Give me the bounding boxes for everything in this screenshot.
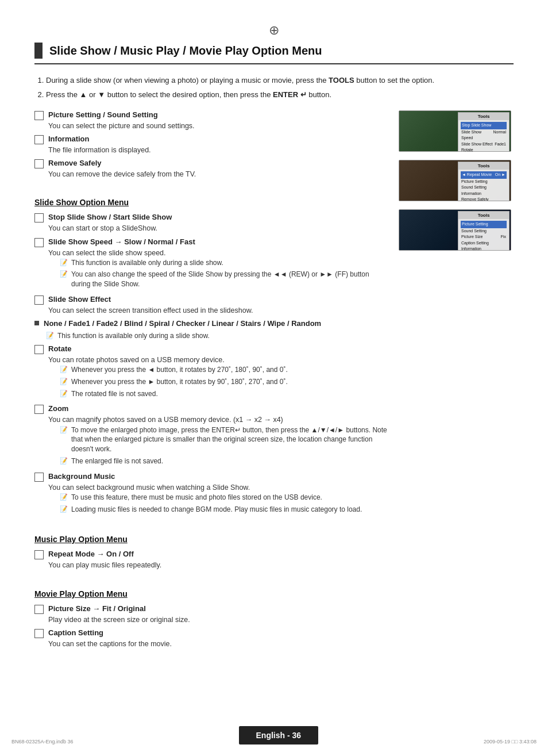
tools-title-3: Tools (458, 212, 509, 219)
movie-play-header: Movie Play Option Menu (34, 589, 387, 598)
bg-music-note-text-1: To use this feature, there must be music… (71, 493, 322, 502)
title-accent (34, 43, 43, 59)
bg-music-note-icon-1: 📝 (60, 493, 68, 501)
rotate-note-text-1: Whenever you press the ◄ button, it rota… (71, 365, 288, 375)
tools-title-1: Tools (458, 113, 509, 120)
checkbox-picture-setting (34, 111, 44, 120)
tools-picture-size: Picture SizeFix (461, 234, 507, 240)
tools-caption-setting: Caption Setting (461, 240, 507, 247)
bg-music-label: Background Music (48, 472, 387, 481)
tools-picture-setting-2: Picture Setting (461, 179, 507, 185)
rotate-desc: You can rotate photos saved on a USB mem… (48, 355, 387, 365)
repeat-mode-item: Repeat Mode → On / Off You can play musi… (34, 550, 387, 570)
stop-slide-label: Stop Slide Show / Start Slide Show (48, 213, 387, 221)
slide-speed-note-text-1: This function is available only during a… (71, 258, 223, 268)
page-title: Slide Show / Music Play / Movie Play Opt… (49, 44, 322, 57)
picture-setting-desc: You can select the picture and sound set… (48, 121, 387, 131)
slide-speed-content: Slide Show Speed → Slow / Normal / Fast … (48, 237, 387, 292)
right-screenshots: Tools Stop Slide Show Slide Show SpeedNo… (399, 110, 514, 653)
checkbox-slide-effect (34, 296, 44, 305)
screenshot-3: Tools Picture Setting Sound Setting Pict… (399, 209, 511, 251)
remove-safely-content: Remove Safely You can remove the device … (48, 159, 387, 179)
information-item: Information The file information is disp… (34, 135, 387, 155)
information-label: Information (48, 135, 387, 143)
repeat-mode-label: Repeat Mode → On / Off (48, 550, 387, 558)
checkbox-zoom (34, 405, 44, 414)
picture-setting-item: Picture Setting / Sound Setting You can … (34, 110, 387, 131)
slide-effect-content: Slide Show Effect You can select the scr… (48, 295, 387, 316)
step-2: Press the ▲ or ▼ button to select the de… (46, 89, 514, 101)
page-footer: BN68-02325A-Eng.indb 36 English - 36 200… (0, 726, 548, 745)
slide-speed-note-text-2: You can also change the speed of the Sli… (71, 270, 387, 289)
caption-setting-desc: You can set the captions for the movie. (48, 639, 387, 649)
caption-setting-content: Caption Setting You can set the captions… (48, 628, 387, 649)
tools-remove-safely: Remove Safely (461, 197, 507, 201)
checkbox-rotate (34, 345, 44, 354)
picture-size-label: Picture Size → Fit / Original (48, 604, 387, 613)
tools-sound-setting-3: Sound Setting (461, 228, 507, 235)
top-compass-icon: ⊕ (34, 23, 514, 38)
slide-speed-item: Slide Show Speed → Slow / Normal / Fast … (34, 237, 387, 292)
tools-overlay-3: Tools Picture Setting Sound Setting Pict… (458, 211, 510, 251)
content-layout: Picture Setting / Sound Setting You can … (34, 110, 514, 653)
rotate-content: Rotate You can rotate photos saved on a … (48, 344, 387, 401)
rotate-item: Rotate You can rotate photos saved on a … (34, 344, 387, 401)
footer-right: 2009-05-19 □□ 3:43:08 (484, 739, 537, 745)
zoom-note-icon-2: 📝 (60, 457, 68, 465)
slide-speed-desc: You can select the slide show speed. (48, 248, 387, 258)
checkbox-repeat-mode (34, 550, 44, 559)
zoom-item: Zoom You can magnify photos saved on a U… (34, 404, 387, 468)
zoom-note-icon-1: 📝 (60, 426, 68, 433)
slide-effect-item: Slide Show Effect You can select the scr… (34, 295, 387, 316)
checkbox-information (34, 135, 44, 144)
tools-repeat-movie: ◄ Repeat MovieOn ► (461, 171, 507, 179)
tools-information-2: Information (461, 191, 507, 197)
zoom-note-text-1: To move the enlarged photo image, press … (71, 425, 387, 454)
tools-slide-speed: Slide Show SpeedNormal (461, 129, 507, 141)
picture-size-desc: Play video at the screen size or origina… (48, 615, 387, 625)
tools-overlay-2: Tools ◄ Repeat MovieOn ► Picture Setting… (458, 162, 510, 201)
tools-sound-setting-2: Sound Setting (461, 185, 507, 191)
rotate-note-2: 📝 Whenever you press the ► button, it ro… (60, 377, 387, 387)
note-icon-2: 📝 (60, 270, 68, 278)
rotate-note-text-2: Whenever you press the ► button, it rota… (71, 377, 288, 387)
tools-picture-setting-3: Picture Setting (461, 221, 507, 228)
repeat-mode-desc: You can play music files repeatedly. (48, 560, 387, 570)
zoom-label: Zoom (48, 404, 387, 413)
music-play-header: Music Play Option Menu (34, 535, 387, 544)
tools-keyword: TOOLS (329, 76, 354, 85)
tools-rotate: Rotate (461, 147, 507, 152)
left-content: Picture Setting / Sound Setting You can … (34, 110, 387, 653)
square-bullet-icon (34, 321, 39, 325)
slide-effect-label: Slide Show Effect (48, 295, 387, 304)
screenshot-3-image: Tools Picture Setting Sound Setting Pict… (399, 210, 511, 250)
bg-music-desc: You can select background music when wat… (48, 482, 387, 493)
picture-size-item: Picture Size → Fit / Original Play video… (34, 604, 387, 625)
rotate-note-icon-3: 📝 (60, 390, 68, 397)
enter-keyword: ENTER ↵ (273, 90, 307, 99)
compass-symbol: ⊕ (269, 23, 279, 37)
tools-stop-slide: Stop Slide Show (461, 122, 507, 129)
zoom-desc: You can magnify photos saved on a USB me… (48, 415, 387, 425)
remove-safely-item: Remove Safely You can remove the device … (34, 159, 387, 179)
caption-setting-item: Caption Setting You can set the captions… (34, 628, 387, 649)
tools-overlay-1: Tools Stop Slide Show Slide Show SpeedNo… (458, 112, 510, 152)
screenshot-1-image: Tools Stop Slide Show Slide Show SpeedNo… (399, 111, 511, 151)
rotate-note-1: 📝 Whenever you press the ◄ button, it ro… (60, 365, 387, 375)
tools-information-3: Information (461, 246, 507, 251)
rotate-note-text-3: The rotated file is not saved. (71, 389, 158, 399)
picture-setting-content: Picture Setting / Sound Setting You can … (48, 110, 387, 131)
rotate-note-icon-1: 📝 (60, 366, 68, 373)
slideshow-option-header: Slide Show Option Menu (34, 198, 387, 207)
step-1: During a slide show (or when viewing a p… (46, 75, 514, 86)
checkbox-stop-slide (34, 213, 44, 222)
note-icon-1: 📝 (60, 259, 68, 266)
stop-slide-desc: You can start or stop a SlideShow. (48, 223, 387, 233)
remove-safely-desc: You can remove the device safely from th… (48, 169, 387, 179)
intro-steps: During a slide show (or when viewing a p… (34, 75, 514, 100)
rotate-note-3: 📝 The rotated file is not saved. (60, 389, 387, 399)
bg-music-item: Background Music You can select backgrou… (34, 472, 387, 517)
zoom-note-2: 📝 The enlarged file is not saved. (60, 456, 387, 466)
tools-title-2: Tools (458, 162, 509, 170)
picture-size-content: Picture Size → Fit / Original Play video… (48, 604, 387, 625)
